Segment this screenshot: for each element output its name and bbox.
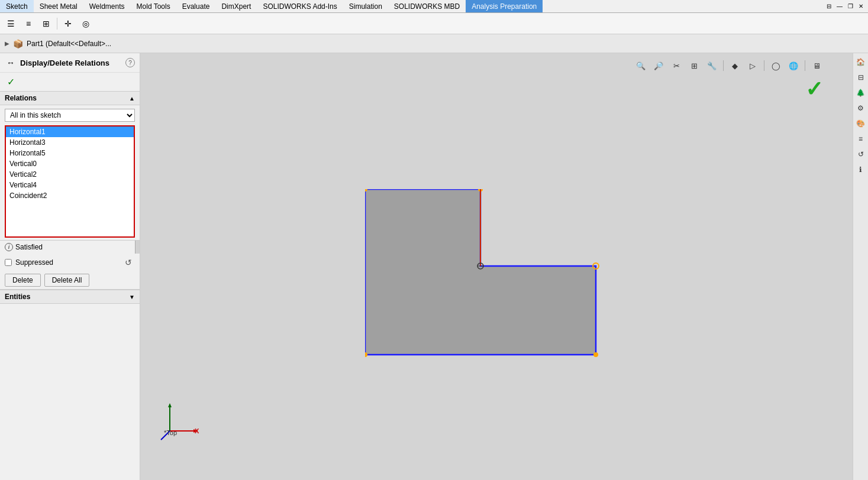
menu-sheet-metal[interactable]: Sheet Metal	[34, 0, 83, 12]
relations-section-title: Relations	[5, 94, 37, 102]
suppressed-checkbox[interactable]	[5, 259, 12, 266]
relations-dropdown-container: All in this sketch Dangling Over Defined…	[5, 109, 135, 122]
svg-point-7	[593, 352, 598, 357]
right-sidebar-refresh[interactable]: ↺	[854, 148, 867, 161]
filepath-text: Part1 (Default<<Default>...	[27, 40, 111, 48]
suppressed-label: Suppressed	[15, 258, 53, 267]
list-item-vertical0[interactable]: Vertical0	[6, 158, 134, 169]
menu-simulation[interactable]: Simulation	[343, 0, 388, 12]
axis-svg: X	[158, 401, 199, 443]
canvas-tool-circle[interactable]: ◯	[768, 58, 783, 73]
relations-dropdown[interactable]: All in this sketch Dangling Over Defined…	[5, 109, 135, 122]
menu-solidworks-addins[interactable]: SOLIDWORKS Add-Ins	[257, 0, 343, 12]
list-item-horizontal5[interactable]: Horizontal5	[6, 148, 134, 158]
delete-all-button[interactable]: Delete All	[44, 274, 90, 287]
restore-btn[interactable]: ⊟	[824, 2, 834, 11]
canvas-toolbar-sep1	[723, 60, 724, 71]
entities-section: Entities ▼	[0, 289, 140, 304]
panel-icon: ↔	[5, 57, 17, 69]
right-sidebar-home[interactable]: 🏠	[854, 56, 867, 69]
menu-solidworks-mbd[interactable]: SOLIDWORKS MBD	[388, 0, 466, 12]
toolbar-btn-menu[interactable]: ☰	[2, 15, 19, 32]
right-sidebar-tree[interactable]: 🌲	[854, 86, 867, 99]
cad-svg	[365, 189, 614, 372]
maximize-btn[interactable]: ❐	[846, 2, 855, 11]
scrollbar-handle[interactable]	[135, 241, 140, 254]
panel-header: ↔ Display/Delete Relations ?	[0, 53, 140, 73]
right-sidebar-color[interactable]: 🎨	[854, 117, 867, 130]
menu-bar: Sketch Sheet Metal Weldments Mold Tools …	[0, 0, 868, 13]
minimize-btn[interactable]: —	[835, 2, 844, 11]
canvas-toolbar-sep3	[805, 60, 805, 71]
list-item-vertical2[interactable]: Vertical2	[6, 169, 134, 180]
canvas-toolbar-sep2	[764, 60, 764, 71]
canvas-tool-cut[interactable]: ✂	[669, 58, 684, 73]
undo-button[interactable]: ↺	[122, 256, 135, 269]
relations-list[interactable]: Horizontal1 Horizontal3 Horizontal5 Vert…	[5, 125, 135, 238]
info-icon: i	[5, 243, 13, 251]
list-item-vertical4[interactable]: Vertical4	[6, 180, 134, 190]
green-check-icon: ✓	[805, 77, 823, 102]
top-label: *Top	[164, 429, 177, 436]
right-sidebar-info[interactable]: ℹ	[854, 163, 867, 176]
svg-text:X: X	[195, 427, 199, 434]
main-layout: ↔ Display/Delete Relations ? ✓ Relations…	[0, 53, 868, 480]
window-controls: ⊟ — ❐ ✕	[824, 2, 868, 11]
ok-check-icon[interactable]: ✓	[7, 76, 15, 87]
help-button[interactable]: ?	[125, 58, 135, 67]
canvas-tool-globe[interactable]: 🌐	[786, 58, 801, 73]
right-sidebar-settings[interactable]: ⚙	[854, 102, 867, 115]
right-sidebar-list[interactable]: ≡	[854, 132, 867, 145]
filepath-bar: ▶ 📦 Part1 (Default<<Default>...	[0, 34, 868, 53]
toolbar-separator-1	[57, 18, 57, 30]
axis-indicator: X *Top	[158, 401, 199, 445]
menu-evaluate[interactable]: Evaluate	[176, 0, 216, 12]
toolbar-btn-grid[interactable]: ⊞	[38, 15, 54, 32]
menu-weldments[interactable]: Weldments	[83, 0, 131, 12]
left-panel: ↔ Display/Delete Relations ? ✓ Relations…	[0, 53, 140, 480]
relations-section-header[interactable]: Relations ▲	[0, 91, 140, 105]
panel-title: Display/Delete Relations	[20, 59, 122, 67]
cad-shape	[365, 189, 614, 374]
filepath-arrow: ▶	[5, 40, 9, 47]
list-item-horizontal1[interactable]: Horizontal1	[6, 127, 134, 137]
canvas-tool-box[interactable]: ⊞	[686, 58, 702, 73]
satisfied-label: Satisfied	[15, 243, 43, 251]
entities-collapse-icon: ▼	[129, 294, 135, 300]
delete-button[interactable]: Delete	[5, 274, 41, 287]
menu-mold-tools[interactable]: Mold Tools	[131, 0, 176, 12]
entities-section-title: Entities	[5, 293, 30, 301]
entities-section-header[interactable]: Entities ▼	[0, 290, 140, 304]
canvas-area: ✓ 🔍 🔎 ✂ ⊞ 🔧 ◆ ▷ ◯ 🌐 🖥	[140, 53, 853, 480]
canvas-tool-search2[interactable]: 🔎	[651, 58, 666, 73]
canvas-toolbar: 🔍 🔎 ✂ ⊞ 🔧 ◆ ▷ ◯ 🌐 🖥	[633, 58, 824, 73]
menu-analysis-preparation[interactable]: Analysis Preparation	[466, 0, 543, 12]
list-item-horizontal3[interactable]: Horizontal3	[6, 137, 134, 148]
relations-collapse-icon: ▲	[129, 95, 135, 102]
toolbar: ☰ ≡ ⊞ ✛ ◎	[0, 13, 868, 34]
list-item-coincident2[interactable]: Coincident2	[6, 190, 134, 201]
menu-sketch[interactable]: Sketch	[0, 0, 34, 12]
canvas-tool-search[interactable]: 🔍	[633, 58, 648, 73]
close-btn[interactable]: ✕	[856, 2, 866, 11]
menu-dimxpert[interactable]: DimXpert	[215, 0, 257, 12]
filepath-icon: 📦	[13, 39, 23, 48]
svg-marker-13	[168, 403, 172, 407]
toolbar-btn-add[interactable]: ✛	[60, 15, 76, 32]
satisfied-section: i Satisfied	[0, 240, 140, 254]
right-sidebar-layers[interactable]: ⊟	[854, 71, 867, 84]
canvas-tool-arrow[interactable]: ▷	[745, 58, 760, 73]
action-buttons: Delete Delete All	[0, 271, 140, 289]
canvas-tool-monitor[interactable]: 🖥	[809, 58, 824, 73]
toolbar-btn-list[interactable]: ≡	[20, 15, 37, 32]
right-sidebar: 🏠 ⊟ 🌲 ⚙ 🎨 ≡ ↺ ℹ	[853, 53, 868, 480]
ok-button-row: ✓	[5, 75, 135, 89]
canvas-tool-cube[interactable]: ◆	[727, 58, 743, 73]
canvas-tool-wrench[interactable]: 🔧	[704, 58, 719, 73]
suppressed-row: Suppressed ↺	[0, 254, 140, 271]
toolbar-btn-color[interactable]: ◎	[78, 15, 94, 32]
